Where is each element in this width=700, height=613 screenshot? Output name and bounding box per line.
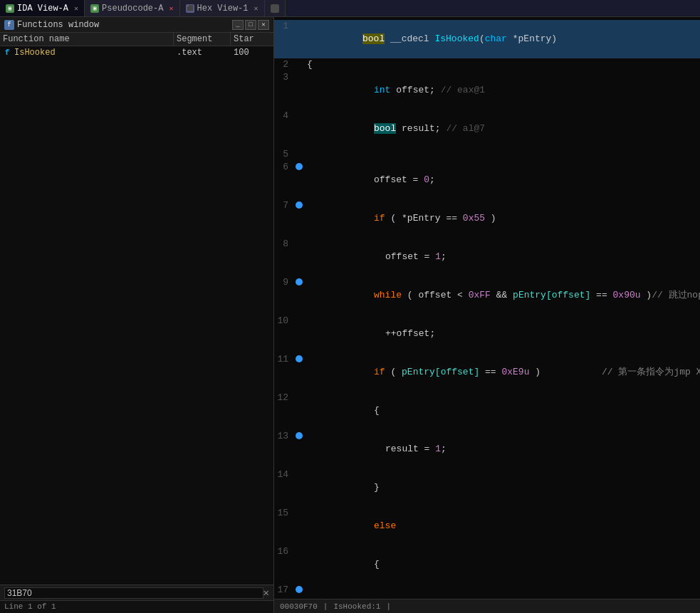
function-start-ishooked: 100 xyxy=(231,46,273,59)
function-segment-ishooked: .text xyxy=(174,46,231,59)
code-line-17[interactable]: 17 InterlockedCompareExchange(&Destinati… xyxy=(274,584,700,599)
space-1 xyxy=(385,33,390,44)
line-num-14: 14 xyxy=(274,468,294,481)
bp-9[interactable] xyxy=(294,276,304,289)
function-name-ishooked[interactable]: IsHooked xyxy=(13,46,174,59)
code-text-11: if ( pEntry[offset] == 0xE9u ) // 第一条指令为… xyxy=(304,353,700,392)
code-line-8[interactable]: 8 offset = 1; xyxy=(274,238,700,276)
panel-minimize-btn[interactable]: _ xyxy=(232,20,244,30)
code-line-7[interactable]: 7 if ( *pEntry == 0x55 ) xyxy=(274,199,700,238)
line-num-3: 3 xyxy=(274,71,294,84)
code-line-12[interactable]: 12 { xyxy=(274,392,700,430)
bp-13[interactable] xyxy=(294,430,304,443)
tab-extra[interactable] xyxy=(265,0,286,16)
indent-11 xyxy=(362,367,374,377)
code-line-3[interactable]: 3 int offset; // eax@1 xyxy=(274,71,700,110)
and-9: && xyxy=(491,290,513,300)
code-line-11[interactable]: 11 if ( pEntry[offset] == 0xE9u ) // 第一条… xyxy=(274,353,700,392)
panel-close-btn[interactable]: ✕ xyxy=(258,20,269,30)
semi-8: ; xyxy=(441,251,446,262)
code-line-4[interactable]: 4 bool result; // al@7 xyxy=(274,110,700,148)
pentryoffset-9: pEntry[offset] xyxy=(513,290,590,300)
comment-4: // al@7 xyxy=(441,123,485,134)
code-line-13[interactable]: 13 result = 1; xyxy=(274,430,700,468)
bp-17[interactable] xyxy=(294,584,304,597)
comment-3: // eax@1 xyxy=(435,85,485,95)
code-line-2[interactable]: 2 { xyxy=(274,58,700,71)
function-icon: f xyxy=(0,48,13,57)
lt-9: < xyxy=(451,290,468,300)
line-num-17: 17 xyxy=(274,584,294,597)
functions-panel: f Functions window _ □ ✕ Function name S… xyxy=(0,17,274,613)
status-cursor: | xyxy=(386,602,391,611)
line-num-8: 8 xyxy=(274,238,294,251)
functions-panel-bottom-bar: ✕ xyxy=(0,585,273,600)
line-num-11: 11 xyxy=(274,353,294,366)
code-line-14[interactable]: 14 } xyxy=(274,468,700,507)
code-line-9[interactable]: 9 while ( offset < 0xFF && pEntry[offset… xyxy=(274,276,700,315)
col-header-segment: Segment xyxy=(174,33,231,46)
bp-6[interactable] xyxy=(294,161,304,174)
code-text-14: } xyxy=(304,468,700,507)
paren-close-9: ) xyxy=(641,290,652,300)
code-line-5: 5 xyxy=(274,148,700,161)
tab-pseudocode-label: Pseudocode-A xyxy=(102,4,163,14)
indent-13 xyxy=(362,444,385,454)
bp-7[interactable] xyxy=(294,199,304,212)
bp-dot-7 xyxy=(296,201,303,209)
line-num-12: 12 xyxy=(274,392,294,404)
functions-panel-title: Functions window xyxy=(17,20,99,30)
line-num-2: 2 xyxy=(274,58,294,71)
num-1-13: 1 xyxy=(435,444,441,454)
code-text-6: offset = 0; xyxy=(304,161,700,199)
tab-pseudocode[interactable]: ▣ Pseudocode-A ✕ xyxy=(85,0,179,16)
status-bar: 00030F70 | IsHooked:1 | xyxy=(274,599,700,613)
function-row-ishooked[interactable]: f IsHooked .text 100 xyxy=(0,46,273,59)
var-offset-3: offset xyxy=(390,85,429,95)
paren-open-11: ( xyxy=(385,367,402,377)
fn-ishooked: IsHooked xyxy=(434,33,479,44)
code-line-1[interactable]: 1 bool __cdecl IsHooked(char *pEntry) xyxy=(274,20,700,58)
pseudo-icon: ▣ xyxy=(90,4,99,13)
tab-hex-view[interactable]: ⬛ Hex View-1 ✕ xyxy=(180,0,265,16)
eq-9: == xyxy=(590,290,612,300)
semi-3: ; xyxy=(429,85,435,95)
indent-9 xyxy=(362,290,374,300)
functions-panel-search-input[interactable] xyxy=(4,587,263,599)
tab-ida-view-close[interactable]: ✕ xyxy=(74,4,78,13)
indent-6 xyxy=(362,174,374,185)
tab-pseudocode-close[interactable]: ✕ xyxy=(169,4,173,13)
panel-restore-btn[interactable]: □ xyxy=(245,20,256,30)
code-panel: 1 bool __cdecl IsHooked(char *pEntry) 2 … xyxy=(274,17,700,613)
code-text-12: { xyxy=(304,392,700,430)
kw-bool-4: bool xyxy=(374,123,396,134)
code-text-8: offset = 1; xyxy=(304,238,700,276)
functions-panel-spacer xyxy=(0,315,273,585)
code-line-6[interactable]: 6 offset = 0; xyxy=(274,161,700,199)
bp-11[interactable] xyxy=(294,353,304,366)
functions-panel-controls: _ □ ✕ xyxy=(232,20,269,30)
kw-int-3: int xyxy=(374,85,390,95)
hex-ff-9: 0xFF xyxy=(469,290,491,300)
paren-open-9: ( xyxy=(402,290,418,300)
tab-ida-view[interactable]: ▣ IDA View-A ✕ xyxy=(0,0,85,16)
code-line-16[interactable]: 16 { xyxy=(274,545,700,584)
code-text-10: ++offset; xyxy=(304,315,700,353)
brace-open-16: { xyxy=(374,559,380,570)
tab-hex-view-close[interactable]: ✕ xyxy=(254,4,258,13)
code-line-15[interactable]: 15 else xyxy=(274,507,700,545)
functions-panel-bottom-close-icon[interactable]: ✕ xyxy=(263,587,269,599)
code-text-4: bool result; // al@7 xyxy=(304,110,700,148)
code-line-10[interactable]: 10 ++offset; xyxy=(274,315,700,353)
comment-zh-9: // 跳过nop xyxy=(652,290,700,300)
indent-16 xyxy=(362,559,374,570)
code-text-17: InterlockedCompareExchange(&Destination,… xyxy=(304,584,700,599)
functions-panel-footer: Line 1 of 1 xyxy=(0,600,273,613)
brace-close-14: } xyxy=(374,482,380,493)
hex-icon: ⬛ xyxy=(186,4,194,13)
num-0-6: 0 xyxy=(424,174,429,185)
param-pentry-1: *pEntry) xyxy=(507,33,557,44)
code-content[interactable]: 1 bool __cdecl IsHooked(char *pEntry) 2 … xyxy=(274,17,700,599)
line-num-15: 15 xyxy=(274,507,294,520)
paren-open-1: ( xyxy=(479,33,485,44)
